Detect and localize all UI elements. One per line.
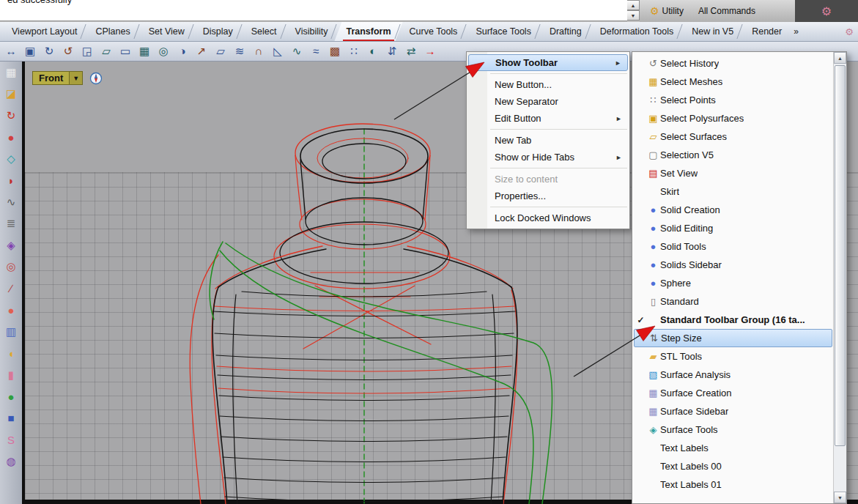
ball-icon[interactable]: ● xyxy=(2,302,20,319)
red-arrow-icon[interactable]: → xyxy=(421,42,439,60)
shear-icon[interactable]: ▱ xyxy=(212,42,229,60)
spinner-up-icon[interactable]: ▲ xyxy=(627,0,640,10)
menu-item-show-toolbar[interactable]: Show Toolbar► xyxy=(468,54,628,71)
scale-1d-icon[interactable]: ▭ xyxy=(117,42,134,60)
tab-viewport-layout[interactable]: Viewport Layout xyxy=(0,22,89,41)
spinner-down-icon[interactable]: ▼ xyxy=(627,10,640,21)
toolbar-item-select-meshes[interactable]: ▦Select Meshes xyxy=(634,73,832,91)
project-icon[interactable]: ⇵ xyxy=(383,42,401,60)
menu-item-lock-docked-windows[interactable]: Lock Docked Windows xyxy=(468,210,628,226)
magnet-icon[interactable]: S xyxy=(2,431,20,448)
toolbar-item-stl-tools[interactable]: ▰STL Tools xyxy=(634,347,832,366)
toolbar-item-surface-sidebar[interactable]: ▦Surface Sidebar xyxy=(634,402,832,420)
twist-icon[interactable]: ≋ xyxy=(231,42,248,60)
mirror-icon[interactable]: ◑ xyxy=(174,42,191,60)
toolbar-item-text-labels[interactable]: Text Labels xyxy=(634,439,832,457)
toolbar-item-solid-editing[interactable]: ●Solid Editing xyxy=(634,219,832,237)
gumball-icon[interactable]: ◐ xyxy=(364,42,382,60)
toolbar-item-label: Solid Creation xyxy=(660,204,720,215)
red-cylinder-icon[interactable]: ◗ xyxy=(2,172,20,189)
toolbar-item-select-surfaces[interactable]: ▱Select Surfaces xyxy=(634,127,832,146)
viewport-title[interactable]: Front ▼ xyxy=(32,71,83,85)
stack-icon[interactable]: ≣ xyxy=(2,215,20,232)
scale-icon[interactable]: ◲ xyxy=(78,42,96,60)
menu-item-edit-button[interactable]: Edit Button► xyxy=(468,110,628,127)
rotate-icon[interactable]: ↻ xyxy=(40,42,58,60)
grid-table-icon[interactable]: ▦ xyxy=(2,64,20,81)
cube-icon[interactable]: ■ xyxy=(2,410,20,426)
green-sphere-icon[interactable]: ● xyxy=(2,388,20,405)
toolbar-item-solid-creation[interactable]: ●Solid Creation xyxy=(634,201,832,219)
smooth-icon[interactable]: ≈ xyxy=(307,42,325,60)
array-icon[interactable]: ▦ xyxy=(136,42,153,60)
toolbar-item-standard[interactable]: ▯Standard xyxy=(634,292,832,311)
disc-icon[interactable]: ◍ xyxy=(2,453,20,470)
prism-icon[interactable]: ◈ xyxy=(2,237,20,253)
toolbar-item-surface-creation[interactable]: ▦Surface Creation xyxy=(634,384,832,402)
tab-new-in-v5[interactable]: New in V5 xyxy=(680,22,745,41)
magnifier-icon[interactable]: ◎ xyxy=(2,259,20,275)
toolbar-options-gear-icon[interactable]: ⚙ xyxy=(821,4,832,18)
pencil-icon[interactable]: ∕ xyxy=(2,280,20,297)
spring-icon[interactable]: ∿ xyxy=(2,193,20,210)
viewport-title-dropdown-icon[interactable]: ▼ xyxy=(70,71,83,85)
surface-patch-icon[interactable]: ◪ xyxy=(2,86,20,103)
remap-icon[interactable]: ⇄ xyxy=(402,42,420,60)
all-commands-button[interactable]: All Commands xyxy=(692,4,761,18)
menu-item-size-to-content[interactable]: Size to content xyxy=(468,171,628,188)
toolbar-item-surface-analysis[interactable]: ▧Surface Analysis xyxy=(634,366,832,384)
cplane-icon[interactable]: ◇ xyxy=(2,150,20,167)
menu-item-new-tab[interactable]: New Tab xyxy=(468,132,628,149)
menu-item-new-button[interactable]: New Button... xyxy=(468,76,628,93)
toolbar-item-select-points[interactable]: ∷Select Points xyxy=(634,91,832,109)
menu-item-new-separator[interactable]: New Separator xyxy=(468,93,628,110)
tab-curve-tools[interactable]: Curve Tools xyxy=(398,22,470,41)
tab-deformation-tools[interactable]: Deformation Tools xyxy=(588,22,686,41)
polar-array-icon[interactable]: ◎ xyxy=(155,42,172,60)
tab-render[interactable]: Render xyxy=(740,22,794,41)
toolbar-item-label: Select History xyxy=(660,58,719,69)
panel-icon[interactable]: ▥ xyxy=(2,323,20,340)
set-points-icon[interactable]: ∷ xyxy=(345,42,363,60)
taper-icon[interactable]: ◺ xyxy=(269,42,286,60)
toolbar-item-selection-v5[interactable]: ▢Selection V5 xyxy=(634,146,832,164)
red-sphere-icon[interactable]: ● xyxy=(2,129,20,146)
move-icon[interactable]: ↔ xyxy=(2,42,20,60)
toolbar-item-solid-tools[interactable]: ●Solid Tools xyxy=(634,237,832,256)
menu-item-show-or-hide-tabs[interactable]: Show or Hide Tabs► xyxy=(468,149,628,166)
submenu-scrollbar[interactable]: ▲ ▼ xyxy=(833,52,846,503)
menu-item-label: Show or Hide Tabs xyxy=(495,152,574,163)
tab-transform[interactable]: Transform xyxy=(334,22,402,41)
bend-icon[interactable]: ∩ xyxy=(250,42,267,60)
toolbar-item-sphere[interactable]: ●Sphere xyxy=(634,274,832,292)
copy-icon[interactable]: ▣ xyxy=(21,42,39,60)
menu-item-properties[interactable]: Properties... xyxy=(468,188,628,204)
command-history-spinner[interactable]: ▲ ▼ xyxy=(627,0,640,21)
rotate-3d-icon[interactable]: ↺ xyxy=(59,42,77,60)
scroll-up-icon[interactable]: ▲ xyxy=(834,52,846,64)
toolbar-item-standard-toolbar-group-16-ta[interactable]: ✓Standard Toolbar Group (16 ta... xyxy=(634,311,832,329)
toolbar-item-solids-sidebar[interactable]: ●Solids Sidebar xyxy=(634,256,832,274)
tube-icon[interactable]: ▮ xyxy=(2,366,20,383)
tab-surface-tools[interactable]: Surface Tools xyxy=(464,22,543,41)
scale-2d-icon[interactable]: ▱ xyxy=(97,42,115,60)
toolbar-item-step-size[interactable]: ⇅Step Size xyxy=(634,329,832,347)
toolbar-item-skirt[interactable]: Skirt xyxy=(634,182,832,201)
flow-icon[interactable]: ∿ xyxy=(288,42,306,60)
cage-edit-icon[interactable]: ▩ xyxy=(326,42,344,60)
toolbar-item-text-labels-01[interactable]: Text Labels 01 xyxy=(634,475,832,494)
toolbar-item-surface-tools[interactable]: ◈Surface Tools xyxy=(634,420,832,439)
scrollbar-thumb[interactable] xyxy=(835,65,846,446)
orient-icon[interactable]: ↗ xyxy=(193,42,210,60)
viewport-title-label[interactable]: Front xyxy=(32,71,70,85)
toolbar-item-select-polysurfaces[interactable]: ▣Select Polysurfaces xyxy=(634,109,832,127)
tab-bar-gear-icon[interactable]: ⚙ xyxy=(840,22,858,41)
command-history-area[interactable]: ed successfully xyxy=(0,0,627,21)
scoop-icon[interactable]: ◖ xyxy=(2,345,20,362)
toolbar-item-set-view[interactable]: ▤Set View xyxy=(634,164,832,182)
toolbar-item-select-history[interactable]: ↺Select History xyxy=(634,54,832,73)
scroll-down-icon[interactable]: ▼ xyxy=(834,492,846,503)
rotate-180-icon[interactable]: ↻ xyxy=(2,107,20,124)
toolbar-item-text-labels-00[interactable]: Text Labels 00 xyxy=(634,457,832,475)
utility-button[interactable]: ⚙ Utility xyxy=(644,4,689,18)
